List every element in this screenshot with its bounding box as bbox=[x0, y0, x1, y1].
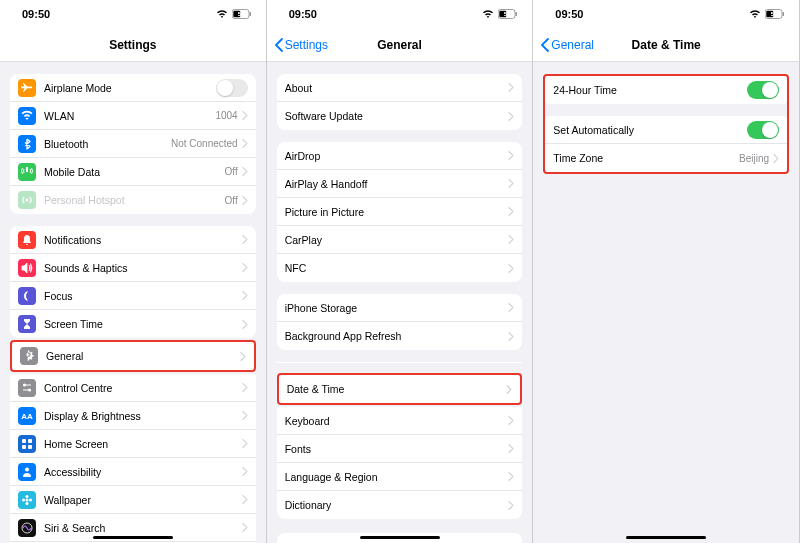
person-icon bbox=[18, 463, 36, 481]
svg-rect-12 bbox=[28, 439, 32, 443]
status-right: 50 bbox=[482, 9, 518, 19]
chevron-right-icon bbox=[508, 151, 514, 160]
row-general[interactable]: General bbox=[12, 342, 254, 370]
row-date-time[interactable]: Date & Time bbox=[279, 375, 521, 403]
row-picture-in-picture[interactable]: Picture in Picture bbox=[277, 198, 523, 226]
svg-text:50: 50 bbox=[237, 11, 244, 17]
row-dictionary[interactable]: Dictionary bbox=[277, 491, 523, 519]
group-dt-before bbox=[277, 362, 523, 363]
wifi-icon bbox=[482, 10, 494, 19]
chevron-right-icon bbox=[508, 332, 514, 341]
chevron-right-icon bbox=[242, 523, 248, 532]
nav-bar: Settings bbox=[0, 28, 266, 62]
row-label: Sounds & Haptics bbox=[44, 262, 242, 274]
row-label: AirDrop bbox=[285, 150, 509, 162]
row-iphone-storage[interactable]: iPhone Storage bbox=[277, 294, 523, 322]
svg-rect-13 bbox=[22, 445, 26, 449]
chevron-right-icon bbox=[242, 111, 248, 120]
toggle[interactable] bbox=[216, 79, 248, 97]
row-time-zone[interactable]: Time ZoneBeijing bbox=[545, 144, 787, 172]
row-control-centre[interactable]: Control Centre bbox=[10, 374, 256, 402]
chevron-right-icon bbox=[242, 467, 248, 476]
group-24h: 24-Hour Time bbox=[545, 76, 787, 104]
airplane-icon bbox=[18, 79, 36, 97]
group-about: AboutSoftware Update bbox=[277, 74, 523, 130]
row-notifications[interactable]: Notifications bbox=[10, 226, 256, 254]
row-screen-time[interactable]: Screen Time bbox=[10, 310, 256, 338]
gear-icon bbox=[20, 347, 38, 365]
row-label: Time Zone bbox=[553, 152, 739, 164]
row-value: 1004 bbox=[215, 110, 237, 121]
highlight-datetime: Date & Time bbox=[277, 373, 523, 405]
status-right: 50 bbox=[216, 9, 252, 19]
chevron-right-icon bbox=[508, 207, 514, 216]
row-label: Focus bbox=[44, 290, 242, 302]
row-label: CarPlay bbox=[285, 234, 509, 246]
chevron-right-icon bbox=[242, 235, 248, 244]
row-label: Home Screen bbox=[44, 438, 242, 450]
row-airplane-mode[interactable]: Airplane Mode bbox=[10, 74, 256, 102]
group-dt-hl: Date & Time bbox=[279, 375, 521, 403]
row-24-hour-time[interactable]: 24-Hour Time bbox=[545, 76, 787, 104]
general-content[interactable]: AboutSoftware Update AirDropAirPlay & Ha… bbox=[267, 62, 533, 543]
row-label: Siri & Search bbox=[44, 522, 242, 534]
chevron-right-icon bbox=[508, 472, 514, 481]
row-home-screen[interactable]: Home Screen bbox=[10, 430, 256, 458]
row-label: Set Automatically bbox=[553, 124, 747, 136]
row-accessibility[interactable]: Accessibility bbox=[10, 458, 256, 486]
settings-content[interactable]: Airplane ModeWLAN1004BluetoothNot Connec… bbox=[0, 62, 266, 543]
row-value: Off bbox=[225, 195, 238, 206]
back-button[interactable]: General bbox=[539, 38, 594, 52]
cell-icon bbox=[18, 163, 36, 181]
hourglass-icon bbox=[18, 315, 36, 333]
toggle[interactable] bbox=[747, 121, 779, 139]
row-background-app-refresh[interactable]: Background App Refresh bbox=[277, 322, 523, 350]
group-notifications: NotificationsSounds & HapticsFocusScreen… bbox=[10, 226, 256, 338]
datetime-content[interactable]: 24-Hour Time Set AutomaticallyTime ZoneB… bbox=[533, 62, 799, 543]
row-language-region[interactable]: Language & Region bbox=[277, 463, 523, 491]
row-airplay-handoff[interactable]: AirPlay & Handoff bbox=[277, 170, 523, 198]
row-sounds-haptics[interactable]: Sounds & Haptics bbox=[10, 254, 256, 282]
row-carplay[interactable]: CarPlay bbox=[277, 226, 523, 254]
svg-rect-30 bbox=[783, 12, 784, 16]
chevron-left-icon bbox=[539, 38, 551, 52]
wifi-icon bbox=[216, 10, 228, 19]
row-label: Airplane Mode bbox=[44, 82, 216, 94]
page-title: Date & Time bbox=[632, 38, 701, 52]
home-indicator[interactable] bbox=[0, 536, 266, 539]
moon-icon bbox=[18, 287, 36, 305]
row-label: 24-Hour Time bbox=[553, 84, 747, 96]
svg-point-19 bbox=[22, 498, 25, 501]
row-label: Language & Region bbox=[285, 471, 509, 483]
row-airdrop[interactable]: AirDrop bbox=[277, 142, 523, 170]
nav-bar: General Date & Time bbox=[533, 28, 799, 62]
row-fonts[interactable]: Fonts bbox=[277, 435, 523, 463]
chevron-right-icon bbox=[242, 383, 248, 392]
row-label: Keyboard bbox=[285, 415, 509, 427]
svg-rect-14 bbox=[28, 445, 32, 449]
chevron-right-icon bbox=[508, 303, 514, 312]
row-focus[interactable]: Focus bbox=[10, 282, 256, 310]
row-set-automatically[interactable]: Set Automatically bbox=[545, 116, 787, 144]
row-keyboard[interactable]: Keyboard bbox=[277, 407, 523, 435]
wifi-icon bbox=[749, 10, 761, 19]
row-about[interactable]: About bbox=[277, 74, 523, 102]
hotspot-icon bbox=[18, 191, 36, 209]
group-general-rest: Control CentreAADisplay & BrightnessHome… bbox=[10, 374, 256, 543]
row-display-brightness[interactable]: AADisplay & Brightness bbox=[10, 402, 256, 430]
page-title: Settings bbox=[109, 38, 156, 52]
row-nfc[interactable]: NFC bbox=[277, 254, 523, 282]
home-indicator[interactable] bbox=[533, 536, 799, 539]
svg-point-16 bbox=[26, 498, 29, 501]
row-mobile-data[interactable]: Mobile DataOff bbox=[10, 158, 256, 186]
chevron-right-icon bbox=[242, 439, 248, 448]
wifi-icon bbox=[18, 107, 36, 125]
row-wlan[interactable]: WLAN1004 bbox=[10, 102, 256, 130]
home-indicator[interactable] bbox=[267, 536, 533, 539]
row-label: Fonts bbox=[285, 443, 509, 455]
row-bluetooth[interactable]: BluetoothNot Connected bbox=[10, 130, 256, 158]
toggle[interactable] bbox=[747, 81, 779, 99]
row-software-update[interactable]: Software Update bbox=[277, 102, 523, 130]
row-wallpaper[interactable]: Wallpaper bbox=[10, 486, 256, 514]
back-button[interactable]: Settings bbox=[273, 38, 328, 52]
